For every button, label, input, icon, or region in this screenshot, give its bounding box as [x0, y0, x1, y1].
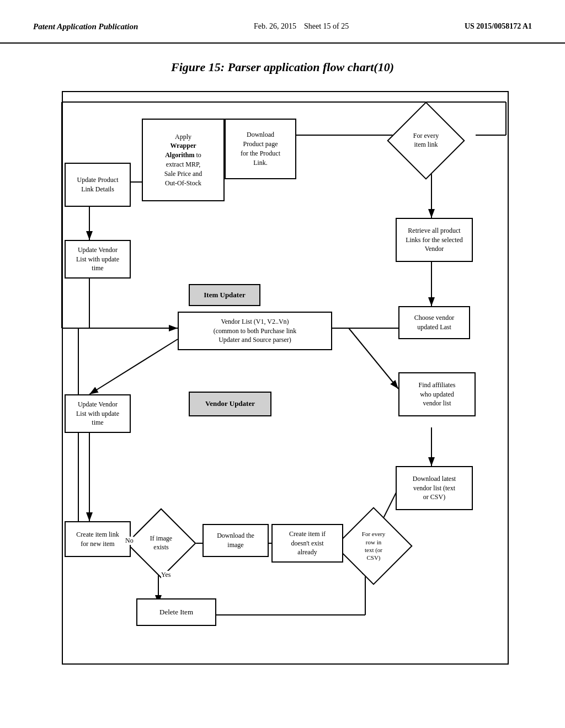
diamond-label-2: For every row in text (or CSV): [346, 518, 401, 574]
update-vendor-list-1-box: Update Vendor List with update time: [65, 240, 131, 279]
header-sheet: Sheet 15 of 25: [304, 22, 349, 30]
create-item-if-box: Create item if doesn't exist already: [271, 524, 343, 563]
diamond-label: For every item link: [398, 113, 454, 168]
create-item-link-box: Create item link for new item: [65, 521, 131, 557]
diamond-label-3: If image exists: [136, 518, 186, 568]
update-vendor-list-2-box: Update Vendor List with update time: [65, 394, 131, 433]
apply-wrapper-box: ApplyWrapperAlgorithm toextract MRP,Sale…: [142, 119, 225, 201]
header-center: Feb. 26, 2015 Sheet 15 of 25: [254, 22, 349, 31]
page-header: Patent Application Publication Feb. 26, …: [0, 0, 565, 44]
delete-item-box: Delete Item: [136, 598, 216, 626]
download-image-box: Download the image: [202, 524, 269, 557]
retrieve-links-box: Retrieve all product Links for the selec…: [396, 218, 473, 262]
no-label: No: [125, 537, 134, 545]
figure-title: Figure 15: Parser application flow chart…: [0, 60, 565, 74]
choose-vendor-box: Choose vendor updated Last: [398, 306, 470, 339]
vendor-list-box: Vendor List (V1, V2..Vn) (common to both…: [178, 312, 332, 350]
header-right: US 2015/0058172 A1: [465, 22, 532, 31]
for-every-row-diamond: For every row in text (or CSV): [346, 518, 401, 574]
diagram-container: Update Product Link Details ApplyWrapper…: [34, 85, 531, 681]
header-left: Patent Application Publication: [33, 22, 138, 31]
yes-label: Yes: [161, 571, 170, 579]
find-affiliates-box: Find affiliates who updated vendor list: [398, 372, 476, 416]
download-product-page-box: Download Product page for the Product Li…: [225, 119, 296, 179]
header-date: Feb. 26, 2015: [254, 22, 296, 30]
item-updater-box: Item Updater: [189, 284, 260, 306]
vendor-updater-box: Vendor Updater: [189, 392, 271, 416]
if-image-exists-diamond: If image exists: [136, 518, 186, 568]
update-product-link-box: Update Product Link Details: [65, 163, 131, 207]
for-every-item-link-diamond: For every item link: [398, 113, 454, 168]
download-vendor-list-box: Download latest vendor list (text or CSV…: [396, 466, 473, 510]
